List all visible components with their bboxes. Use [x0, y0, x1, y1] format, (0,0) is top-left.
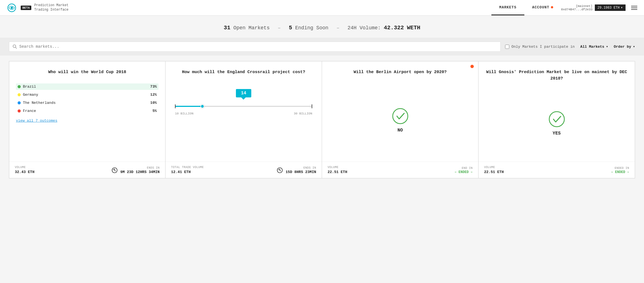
- filter-right: Only Markets I participate in All Market…: [505, 44, 635, 49]
- wallet-address: 0xd74B47...df2e33: [561, 8, 592, 11]
- all-markets-dropdown[interactable]: All Markets ▾: [580, 44, 608, 49]
- outcome-dot-netherlands: [18, 101, 21, 104]
- footer-volume: TOTAL TRADE VOLUME 12.41 ETH: [171, 166, 204, 174]
- ends-value: 15D 8HRS 23MIN: [286, 170, 316, 174]
- outcome-dot-france: [18, 109, 21, 112]
- card-body: Will the Berlin Airport open by 2020? NO: [322, 61, 478, 162]
- only-participate-checkbox[interactable]: [505, 45, 509, 49]
- clock-icon: [112, 167, 118, 173]
- volume-label: VOLUME: [328, 166, 347, 169]
- filter-bar: Only Markets I participate in All Market…: [0, 38, 644, 56]
- volume-label: VOLUME: [484, 166, 504, 169]
- ends-label: ENDS IN: [147, 166, 160, 169]
- ended-badge: – ENDED –: [454, 170, 473, 174]
- slider-right-marker: [312, 104, 312, 108]
- open-markets-count: 31: [224, 25, 230, 31]
- volume-label: VOLUME: [15, 166, 34, 169]
- clock-icon: [277, 167, 283, 173]
- footer-volume: VOLUME 22.51 ETH: [328, 166, 347, 174]
- ends-label: ENDED IN: [615, 167, 629, 170]
- footer-ends: ENDS IN 15D 8HRS 23MIN: [277, 166, 316, 174]
- card-footer-gnosis: VOLUME 22.51 ETH ENDED IN – ENDED –: [479, 162, 635, 178]
- outcome-pct-brazil: 73%: [147, 85, 157, 89]
- search-wrap[interactable]: [9, 42, 501, 52]
- network-label: [mainnet]: [561, 4, 592, 8]
- check-circle-icon: [548, 111, 565, 128]
- card-title: Will Gnosis' Prediction Market be live o…: [485, 69, 628, 82]
- volume-value: 32.43 ETH: [15, 170, 34, 174]
- card-gnosis-mainnet[interactable]: Will Gnosis' Prediction Market be live o…: [479, 61, 635, 178]
- slider-max-label: 30 BILLION: [294, 112, 312, 115]
- slider-tooltip: 14: [236, 89, 251, 97]
- volume-number: 42.322: [384, 25, 404, 31]
- card-title: Will the Berlin Airport open by 2020?: [329, 69, 472, 76]
- ends-label: END IN: [462, 167, 473, 170]
- ends-label: ENDS IN: [303, 166, 316, 169]
- svg-point-2: [13, 45, 16, 48]
- logo-subtitle: Prediction Market Trading Interface: [34, 3, 68, 12]
- slider-thumb[interactable]: [200, 104, 204, 108]
- volume-unit-text: WETH: [407, 25, 420, 31]
- outcome-row-netherlands: The Netherlands 10%: [16, 100, 158, 106]
- account-dot: [551, 6, 553, 8]
- volume-value: 12.41 ETH: [171, 170, 204, 174]
- nav-account[interactable]: ACCOUNT: [524, 0, 561, 15]
- outcome-row-brazil: Brazil 73%: [16, 83, 158, 90]
- footer-ends: END IN – ENDED –: [454, 167, 473, 174]
- card-body: How much will the England Crossrail proj…: [165, 61, 322, 162]
- svg-point-1: [11, 7, 13, 9]
- slider-track: [175, 106, 312, 107]
- outcome-pct-germany: 12%: [147, 93, 157, 97]
- card-body: Will Gnosis' Prediction Market be live o…: [479, 61, 635, 162]
- outcome-dot-germany: [18, 93, 21, 96]
- card-footer-crossrail: TOTAL TRADE VOLUME 12.41 ETH ENDS IN 15D…: [165, 162, 322, 178]
- gnosis-logo-icon: [6, 3, 18, 12]
- volume-label: TOTAL TRADE VOLUME: [171, 166, 204, 169]
- binary-outcome-label: NO: [397, 128, 403, 133]
- card-footer-berlin: VOLUME 22.51 ETH END IN – ENDED –: [322, 162, 478, 178]
- stats-bar: 31 Open Markets – 5 Ending Soon – 24H Vo…: [0, 16, 644, 38]
- ends-in-wrap: ENDS IN 9M 23D 12HRS 34MIN: [120, 166, 160, 174]
- scalar-wrap: 14 10 BILLION 30 BILLION: [172, 83, 315, 118]
- search-input[interactable]: [19, 44, 497, 49]
- binary-outcome-label: YES: [553, 131, 561, 136]
- main-nav: MARKETS ACCOUNT: [491, 0, 561, 15]
- outcome-label-brazil: Brazil: [23, 85, 145, 89]
- ended-badge: – ENDED –: [611, 170, 629, 174]
- orange-dot-indicator: [470, 65, 474, 68]
- card-body: Who will win the World Cup 2018 Brazil 7…: [9, 61, 165, 162]
- ending-soon-count: 5: [289, 25, 292, 31]
- card-berlin-airport[interactable]: Will the Berlin Airport open by 2020? NO…: [322, 61, 479, 178]
- card-title: How much will the England Crossrail proj…: [172, 69, 315, 76]
- slider-fill: [175, 106, 202, 107]
- outcome-row-france: France 5%: [16, 108, 158, 114]
- nav-markets[interactable]: MARKETS: [491, 0, 524, 15]
- ends-in-wrap: ENDS IN 15D 8HRS 23MIN: [286, 166, 316, 174]
- hamburger-button[interactable]: [630, 5, 638, 11]
- slider-labels: 10 BILLION 30 BILLION: [175, 112, 312, 115]
- view-all-outcomes-link[interactable]: view all 7 outcomes: [16, 119, 158, 123]
- svg-point-7: [549, 112, 564, 127]
- card-footer-worldcup: VOLUME 32.43 ETH ENDS IN 9M 23D 12HRS 34…: [9, 162, 165, 178]
- logo-area: BETA Prediction Market Trading Interface: [6, 3, 491, 12]
- eth-badge[interactable]: 29.1983 ETH ▾: [595, 4, 626, 11]
- footer-ends: ENDED IN – ENDED –: [611, 167, 629, 174]
- check-circle-icon: [392, 108, 409, 124]
- card-crossrail[interactable]: How much will the England Crossrail proj…: [165, 61, 322, 178]
- chevron-down-icon: ▾: [606, 44, 608, 49]
- beta-badge: BETA: [21, 6, 31, 10]
- binary-outcome: NO: [329, 83, 472, 157]
- order-by-dropdown[interactable]: Order by ▾: [614, 44, 635, 49]
- card-title: Who will win the World Cup 2018: [16, 69, 158, 76]
- cards-grid: Who will win the World Cup 2018 Brazil 7…: [0, 56, 644, 184]
- outcome-label-netherlands: The Netherlands: [23, 101, 145, 105]
- binary-outcome: YES: [485, 90, 628, 157]
- volume-value: 22.51 ETH: [328, 170, 347, 174]
- chevron-down-icon: ▾: [633, 44, 635, 49]
- search-icon: [13, 44, 17, 49]
- chevron-down-icon: ▾: [621, 6, 623, 10]
- card-world-cup[interactable]: Who will win the World Cup 2018 Brazil 7…: [9, 61, 165, 178]
- ends-in-wrap: ENDED IN – ENDED –: [611, 167, 629, 174]
- slider-min-label: 10 BILLION: [175, 112, 193, 115]
- only-participate-label[interactable]: Only Markets I participate in: [505, 45, 575, 49]
